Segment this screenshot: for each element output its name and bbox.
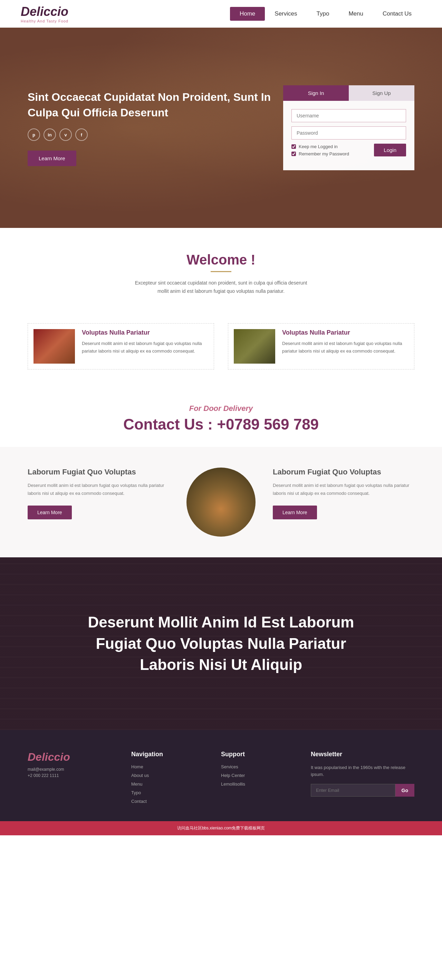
keep-logged-label: Keep me Logged in [291,144,349,149]
footer-nav-title: Navigation [131,751,200,758]
remember-pass-checkbox[interactable] [291,151,296,156]
social-icons: p in v f [28,129,283,141]
bottom-bar: 访问血马社区bbs.xieniao.com免费下载模板网页 [0,821,442,835]
footer-support: Support Services Help Center Lemollisoll… [221,751,290,807]
welcome-underline [211,271,231,272]
service-center-image [183,468,259,537]
newsletter-description: It was popularised in the 1960s with the… [311,764,414,779]
services-section: Laborum Fugiat Quo Voluptas Deserunt mol… [0,447,442,557]
feature-cards: Voluptas Nulla Pariatur Deserunt mollit … [0,309,442,390]
keep-logged-checkbox[interactable] [291,144,296,149]
newsletter-input[interactable] [311,784,395,797]
delivery-banner: For Door Delivery Contact Us : +0789 569… [0,390,442,447]
footer-nav-contact[interactable]: Contact [131,799,200,804]
welcome-title: Welcome ! [28,252,414,267]
card-desc-2: Deserunt mollit anim id est laborum fugi… [282,340,409,355]
form-body: Keep me Logged in Remember my Password L… [283,101,414,170]
quote-section: Deserunt Mollit Anim Id Est Laborum Fugi… [0,557,442,730]
card-title-2: Voluptas Nulla Pariatur [282,329,409,336]
bottom-bar-text: 访问血马社区bbs.xieniao.com免费下载模板网页 [177,826,265,830]
form-checkboxes: Keep me Logged in Remember my Password [291,144,349,156]
nav-item-home[interactable]: Home [230,7,265,21]
footer-email: mail@example.com [28,767,110,772]
footer-nav-menu[interactable]: Menu [131,781,200,787]
logo: Deliccio Healthy And Tasty Food [21,5,68,23]
newsletter-go-button[interactable]: Go [395,784,414,797]
footer-phone: +2 000 222 1111 [28,773,110,778]
service-title-1: Laborum Fugiat Quo Voluptas [28,468,169,477]
footer-nav-home[interactable]: Home [131,764,200,769]
quote-text: Deserunt Mollit Anim Id Est Laborum Fugi… [83,612,359,675]
service-block-1: Laborum Fugiat Quo Voluptas Deserunt mol… [28,468,169,520]
welcome-section: Welcome ! Excepteur sint occaecat cupida… [0,228,442,309]
footer-newsletter: Newsletter It was popularised in the 196… [311,751,414,807]
food-image-1 [33,329,75,364]
card-content-2: Voluptas Nulla Pariatur Deserunt mollit … [282,329,409,364]
card-title-1: Voluptas Nulla Pariatur [82,329,208,336]
nav-item-menu[interactable]: Menu [339,7,373,21]
form-checks: Keep me Logged in Remember my Password L… [291,144,406,156]
hero-section: Sint Occaecat Cupidatat Non Proident, Su… [0,28,442,228]
linkedin-icon[interactable]: in [43,129,56,141]
hero-content: Sint Occaecat Cupidatat Non Proident, Su… [28,89,283,167]
auth-form: Sign In Sign Up Keep me Logged in Rememb… [283,85,414,170]
navbar: Deliccio Healthy And Tasty Food Home Ser… [0,0,442,28]
nav-item-typo[interactable]: Typo [307,7,339,21]
footer-logo: Deliccio [28,751,110,764]
hero-title: Sint Occaecat Cupidatat Non Proident, Su… [28,89,283,121]
food-illustration [186,468,256,537]
hero-learn-more-button[interactable]: Learn More [28,151,76,166]
nav-item-contact[interactable]: Contact Us [373,7,421,21]
service-title-2: Laborum Fugiat Quo Voluptas [273,468,414,477]
card-desc-1: Deserunt mollit anim id est laborum fugi… [82,340,208,355]
footer-support-title: Support [221,751,290,758]
footer-navigation: Navigation Home About us Menu Typo Conta… [131,751,200,807]
service-block-2: Laborum Fugiat Quo Voluptas Deserunt mol… [273,468,414,520]
footer: Deliccio mail@example.com +2 000 222 111… [0,730,442,821]
footer-nav-typo[interactable]: Typo [131,790,200,795]
service-desc-1: Deserunt mollit anim id est laborum fugi… [28,481,169,498]
feature-card-1: Voluptas Nulla Pariatur Deserunt mollit … [28,323,214,369]
newsletter-title: Newsletter [311,751,414,758]
logo-name: Deliccio [21,5,68,19]
sign-up-tab[interactable]: Sign Up [349,85,414,101]
newsletter-form: Go [311,784,414,797]
footer-support-lem[interactable]: Lemollisollis [221,781,290,787]
service-desc-2: Deserunt mollit anim id est laborum fugi… [273,481,414,498]
card-content-1: Voluptas Nulla Pariatur Deserunt mollit … [82,329,208,364]
footer-support-services[interactable]: Services [221,764,290,769]
vimeo-icon[interactable]: v [59,129,72,141]
food-image-2 [234,329,275,364]
service-learn-more-button-2[interactable]: Learn More [273,506,317,519]
nav-item-services[interactable]: Services [265,7,307,21]
facebook-icon[interactable]: f [75,129,88,141]
delivery-contact: Contact Us : +0789 569 789 [28,416,414,433]
login-button[interactable]: Login [374,144,406,156]
remember-pass-label: Remember my Password [291,151,349,156]
form-tabs: Sign In Sign Up [283,85,414,101]
footer-support-help[interactable]: Help Center [221,773,290,778]
logo-tagline: Healthy And Tasty Food [21,19,68,23]
username-input[interactable] [291,109,406,122]
delivery-subtitle: For Door Delivery [28,404,414,413]
feature-card-2: Voluptas Nulla Pariatur Deserunt mollit … [228,323,414,369]
footer-nav-about[interactable]: About us [131,773,200,778]
sign-in-tab[interactable]: Sign In [283,85,349,101]
password-input[interactable] [291,126,406,140]
nav-links: Home Services Typo Menu Contact Us [230,7,421,21]
service-learn-more-button-1[interactable]: Learn More [28,506,72,519]
pinterest-icon[interactable]: p [28,129,40,141]
welcome-description: Excepteur sint occaecat cupidatat non pr… [135,279,307,296]
footer-brand: Deliccio mail@example.com +2 000 222 111… [28,751,110,807]
